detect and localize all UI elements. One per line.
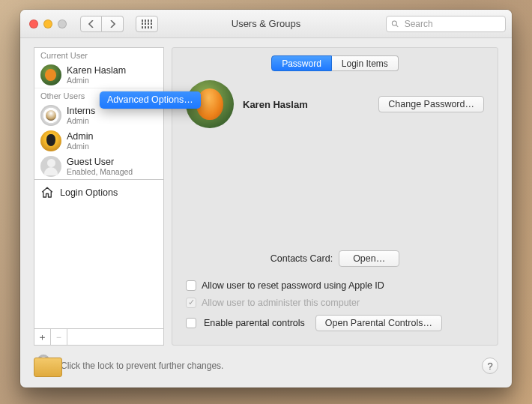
avatar [40,64,61,85]
parental-controls-row: Enable parental controls Open Parental C… [186,315,484,331]
user-role: Admin [67,76,126,85]
search-field[interactable] [386,16,506,32]
user-role: Admin [67,142,93,151]
tab-password[interactable]: Password [271,55,332,71]
checkbox-icon [186,318,196,328]
user-list: Current User Karen Haslam Admin Other Us… [34,47,164,329]
search-icon [391,19,399,28]
parental-checkbox-label[interactable]: Enable parental controls [204,318,305,328]
titlebar: Users & Groups [20,10,512,38]
allow-reset-label: Allow user to reset password using Apple… [202,280,384,291]
user-row[interactable]: Admin Admin [34,128,163,154]
user-role: Admin [67,116,95,125]
lock-button[interactable] [34,355,53,377]
user-row[interactable]: Guest User Enabled, Managed [34,154,163,179]
contacts-card-row: Contacts Card: Open… [186,250,484,267]
avatar [40,156,61,177]
user-name: Karen Haslam [67,65,126,76]
avatar [40,130,61,151]
svg-line-1 [396,25,399,27]
contacts-card-label: Contacts Card: [270,253,333,264]
lock-row: Click the lock to prevent further change… [20,355,512,388]
remove-user-button: － [51,329,67,345]
login-options-label: Login Options [60,187,118,198]
add-remove-bar: ＋ － [34,329,164,346]
avatar [40,105,61,126]
allow-reset-checkbox-row[interactable]: Allow user to reset password using Apple… [186,280,484,291]
allow-admin-checkbox-row: Allow user to administer this computer [186,298,484,308]
current-user-header: Current User [34,48,163,62]
detail-user-name: Karen Haslam [243,99,308,110]
open-contacts-card-button[interactable]: Open… [339,250,399,267]
user-name: Interns [67,106,95,116]
add-user-button[interactable]: ＋ [34,329,51,345]
tab-login-items[interactable]: Login Items [332,55,399,71]
lock-body-icon [34,358,62,377]
checkbox-icon [186,298,196,308]
user-role: Enabled, Managed [67,167,133,176]
tab-bar: Password Login Items [271,55,399,71]
options-group: Allow user to reset password using Apple… [186,280,484,331]
preferences-window: Users & Groups Current User Karen Haslam… [20,10,512,388]
add-remove-spacer [67,329,163,345]
user-text: Guest User Enabled, Managed [67,157,133,176]
lock-text: Click the lock to prevent further change… [61,361,223,371]
open-parental-controls-button[interactable]: Open Parental Controls… [315,315,442,331]
context-menu-advanced-options[interactable]: Advanced Options… [100,91,201,109]
user-row-current[interactable]: Karen Haslam Admin [34,62,163,88]
user-text: Admin Admin [67,131,93,151]
user-text: Interns Admin [67,106,95,125]
house-icon [40,186,54,199]
change-password-button[interactable]: Change Password… [378,96,484,112]
user-name: Admin [67,131,93,142]
login-options-button[interactable]: Login Options [34,179,163,205]
help-button[interactable]: ? [482,358,498,374]
svg-point-0 [392,20,396,25]
body: Current User Karen Haslam Admin Other Us… [20,38,512,355]
detail-panel: Password Login Items Karen Haslam Change… [172,47,498,346]
user-text: Karen Haslam Admin [67,65,126,85]
checkbox-icon [186,280,196,291]
search-input[interactable] [403,18,501,30]
user-header: Karen Haslam Change Password… [186,80,484,128]
allow-admin-label: Allow user to administer this computer [202,298,360,308]
user-name: Guest User [67,157,133,167]
